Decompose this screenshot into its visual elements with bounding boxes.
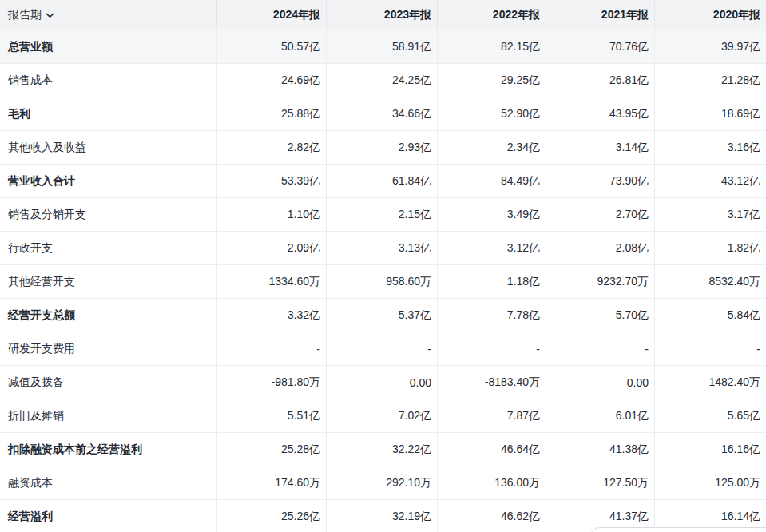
cell-value: 39.97亿 xyxy=(655,30,766,64)
cell-value: - xyxy=(655,332,766,366)
table-row[interactable]: 融资成本 174.60万292.10万136.00万127.50万125.00万 xyxy=(0,466,766,500)
cell-value: 43.12亿 xyxy=(655,165,766,198)
cell-value: 7.02亿 xyxy=(327,399,438,433)
cell-value: 127.50万 xyxy=(546,466,655,500)
cell-value: 174.60万 xyxy=(217,466,327,500)
cell-value: 34.66亿 xyxy=(327,97,438,131)
cell-value: 26.81亿 xyxy=(546,64,655,97)
cell-value: 7.87亿 xyxy=(438,399,546,433)
cell-value: 61.84亿 xyxy=(327,165,438,198)
column-header: 2023年报 xyxy=(327,0,438,30)
column-header: 2021年报 xyxy=(546,0,655,30)
cell-value: 41.38亿 xyxy=(546,433,655,466)
cell-value: 2.93亿 xyxy=(327,131,438,165)
cell-value: 18.69亿 xyxy=(655,97,766,131)
cell-value: 1334.60万 xyxy=(217,265,327,299)
row-label: 扣除融资成本前之经营溢利 xyxy=(0,433,217,466)
table-row[interactable]: 减值及拨备 -981.80万0.00-8183.40万0.001482.40万 xyxy=(0,366,766,399)
cell-value: - xyxy=(217,332,327,366)
cell-value: -8183.40万 xyxy=(438,366,546,399)
table-row[interactable]: 研发开支费用 ----- xyxy=(0,332,766,366)
table-row[interactable]: 折旧及摊销 5.51亿7.02亿7.87亿6.01亿5.65亿 xyxy=(0,399,766,433)
cell-value: 3.32亿 xyxy=(217,299,327,332)
row-label: 营业收入合计 xyxy=(0,165,217,198)
cell-value: 5.70亿 xyxy=(546,299,655,332)
cell-value: - xyxy=(438,332,546,366)
cell-value: 3.17亿 xyxy=(655,198,766,232)
cell-value: 16.16亿 xyxy=(655,433,766,466)
cell-value: 1.18亿 xyxy=(438,265,546,299)
cell-value: 8532.40万 xyxy=(655,265,766,299)
cell-value: 3.14亿 xyxy=(546,131,655,165)
report-period-label: 报告期 xyxy=(8,8,42,22)
cell-value: 58.91亿 xyxy=(327,30,438,64)
table-row[interactable]: 行政开支 2.09亿3.13亿3.12亿2.08亿1.82亿 xyxy=(0,232,766,265)
table-row[interactable]: 总营业额 50.57亿58.91亿82.15亿70.76亿39.97亿 xyxy=(0,30,766,64)
table-header-row: 报告期 2024年报2023年报2022年报2021年报2020年报 xyxy=(0,0,766,30)
cell-value: 73.90亿 xyxy=(546,165,655,198)
cell-value: 50.57亿 xyxy=(217,30,327,64)
cell-value: 958.60万 xyxy=(327,265,438,299)
cell-value: 52.90亿 xyxy=(438,97,546,131)
cell-value: 7.78亿 xyxy=(438,299,546,332)
cell-value: 25.26亿 xyxy=(217,500,327,532)
table-row[interactable]: 毛利 25.88亿34.66亿52.90亿43.95亿18.69亿 xyxy=(0,97,766,131)
chevron-down-icon xyxy=(46,13,54,18)
cell-value: 0.00 xyxy=(327,366,438,399)
cell-value: 24.69亿 xyxy=(217,64,327,97)
cell-value: 3.12亿 xyxy=(438,232,546,265)
table-row[interactable]: 扣除融资成本前之经营溢利 25.28亿32.22亿46.64亿41.38亿16.… xyxy=(0,433,766,466)
cell-value: 32.19亿 xyxy=(327,500,438,532)
row-label: 行政开支 xyxy=(0,232,217,265)
cell-value: 5.51亿 xyxy=(217,399,327,433)
column-header: 2022年报 xyxy=(438,0,546,30)
financial-statement-view: 报告期 2024年报2023年报2022年报2021年报2020年报 总营业额 … xyxy=(0,0,766,532)
cell-value: 25.28亿 xyxy=(217,433,327,466)
cell-value: 2.08亿 xyxy=(546,232,655,265)
cell-value: 46.64亿 xyxy=(438,433,546,466)
cell-value: 1.10亿 xyxy=(217,198,327,232)
table-body: 总营业额 50.57亿58.91亿82.15亿70.76亿39.97亿 销售成本… xyxy=(0,30,766,532)
cell-value: 6.01亿 xyxy=(546,399,655,433)
cell-value: 25.88亿 xyxy=(217,97,327,131)
cell-value: -981.80万 xyxy=(217,366,327,399)
report-period-sort-control[interactable]: 报告期 xyxy=(0,0,217,30)
cell-value: 2.70亿 xyxy=(546,198,655,232)
row-label: 折旧及摊销 xyxy=(0,399,217,433)
cell-value: 0.00 xyxy=(546,366,655,399)
cell-value: 292.10万 xyxy=(327,466,438,500)
table-row[interactable]: 经营开支总额 3.32亿5.37亿7.78亿5.70亿5.84亿 xyxy=(0,299,766,332)
row-label: 毛利 xyxy=(0,97,217,131)
row-label: 总营业额 xyxy=(0,30,217,64)
table-row[interactable]: 营业收入合计 53.39亿61.84亿84.49亿73.90亿43.12亿 xyxy=(0,165,766,198)
cell-value: 2.34亿 xyxy=(438,131,546,165)
cell-value: - xyxy=(546,332,655,366)
table-row[interactable]: 销售成本 24.69亿24.25亿29.25亿26.81亿21.28亿 xyxy=(0,64,766,97)
cell-value: 2.15亿 xyxy=(327,198,438,232)
cell-value: 5.65亿 xyxy=(655,399,766,433)
row-label: 经营开支总额 xyxy=(0,299,217,332)
cell-value: 3.13亿 xyxy=(327,232,438,265)
cell-value: 5.84亿 xyxy=(655,299,766,332)
row-label: 融资成本 xyxy=(0,466,217,500)
cell-value: 1.82亿 xyxy=(655,232,766,265)
table-row[interactable]: 其他经营开支 1334.60万958.60万1.18亿9232.70万8532.… xyxy=(0,265,766,299)
row-label: 销售成本 xyxy=(0,64,217,97)
cell-value: 21.28亿 xyxy=(655,64,766,97)
cell-value: 53.39亿 xyxy=(217,165,327,198)
floating-scrollbar[interactable] xyxy=(589,527,766,532)
cell-value: 32.22亿 xyxy=(327,433,438,466)
cell-value: 125.00万 xyxy=(655,466,766,500)
cell-value: 2.09亿 xyxy=(217,232,327,265)
table-row[interactable]: 销售及分销开支 1.10亿2.15亿3.49亿2.70亿3.17亿 xyxy=(0,198,766,232)
row-label: 研发开支费用 xyxy=(0,332,217,366)
column-header: 2024年报 xyxy=(217,0,327,30)
column-header: 2020年报 xyxy=(655,0,766,30)
row-label: 经营溢利 xyxy=(0,500,217,532)
cell-value: 46.62亿 xyxy=(438,500,546,532)
cell-value: 9232.70万 xyxy=(546,265,655,299)
table-row[interactable]: 其他收入及收益 2.82亿2.93亿2.34亿3.14亿3.16亿 xyxy=(0,131,766,165)
row-label: 减值及拨备 xyxy=(0,366,217,399)
cell-value: 82.15亿 xyxy=(438,30,546,64)
cell-value: 70.76亿 xyxy=(546,30,655,64)
